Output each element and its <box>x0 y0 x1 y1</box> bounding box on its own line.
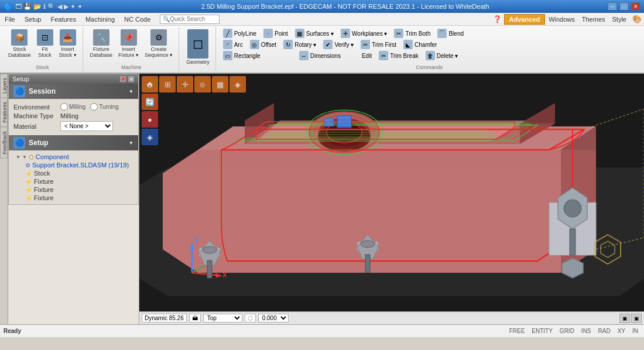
delete-button[interactable]: 🗑 Delete ▾ <box>423 50 461 61</box>
geometry-button[interactable]: ◻ Geometry <box>184 28 212 67</box>
material-select[interactable]: < None > <box>60 121 113 131</box>
session-label: Session <box>29 87 56 95</box>
vp-rotate-button[interactable]: 🔄 <box>142 94 158 110</box>
viewport[interactable]: Z Y X <box>139 74 644 324</box>
style-icon: 🎨 <box>630 15 644 23</box>
svg-text:X: X <box>222 272 227 279</box>
titlebar-controls: ─ □ ✕ <box>608 2 640 11</box>
turning-radio[interactable]: Turning <box>90 103 119 111</box>
advanced-button[interactable]: Advanced <box>504 14 546 25</box>
vp-small-btn2[interactable]: ▣ <box>631 314 642 323</box>
stock-icon: ⚡ <box>25 170 32 177</box>
maximize-button[interactable]: □ <box>619 2 629 11</box>
ribbon-geometry-items: ◻ Geometry <box>184 28 212 70</box>
milling-radio[interactable]: Milling <box>60 103 85 111</box>
point-icon: · <box>263 29 273 38</box>
minimize-button[interactable]: ─ <box>608 2 617 11</box>
z-value-select[interactable]: 0.000 <box>258 314 289 322</box>
blend-button[interactable]: ⌒ Blend <box>435 28 466 39</box>
tree-fixture2[interactable]: ⚡ Fixture <box>13 186 133 194</box>
commands-row1: ╱ PolyLine · Point ▦ Surfaces ▾ ✛ Workpl… <box>221 28 638 39</box>
style-menu[interactable]: Style <box>609 15 630 24</box>
point-label: Point <box>275 30 288 37</box>
stock-group-label: Stock <box>36 63 49 70</box>
menu-setup[interactable]: Setup <box>20 13 46 25</box>
features-tab[interactable]: Features <box>0 98 8 127</box>
polyline-button[interactable]: ╱ PolyLine <box>221 28 259 39</box>
insert-fixture-button[interactable]: 📌 InsertFixture ▾ <box>116 28 141 60</box>
fixture1-label: Fixture <box>34 178 54 185</box>
svg-point-39 <box>564 200 581 217</box>
tree-file[interactable]: ⚙ Support Bracket.SLDASM (19/19) <box>13 161 133 169</box>
menu-machining[interactable]: Machining <box>81 13 119 25</box>
themes-menu[interactable]: Themes <box>578 15 609 24</box>
create-sequence-button[interactable]: ⚙ CreateSequence ▾ <box>142 28 175 60</box>
fixture-database-button[interactable]: 🔧 FixtureDatabase <box>88 28 115 60</box>
menu-features[interactable]: Features <box>46 13 80 25</box>
offset-label: Offset <box>261 42 277 48</box>
fixture2-label: Fixture <box>34 186 54 193</box>
rectangle-icon: ▭ <box>223 51 232 60</box>
trim-break-label: Trim Break <box>390 53 419 59</box>
menu-file[interactable]: File <box>0 13 20 25</box>
polyline-icon: ╱ <box>223 29 232 38</box>
vp-small-btn1[interactable]: ▣ <box>619 314 630 323</box>
rectangle-button[interactable]: ▭ Rectangle <box>221 50 263 61</box>
vp-zoom-button[interactable]: ✛ <box>177 76 193 92</box>
fit-stock-button[interactable]: ⊡ FitStock <box>35 28 56 60</box>
vp-views-button[interactable]: ⊞ <box>159 76 176 92</box>
trim-both-button[interactable]: ✂ Trim Both <box>392 28 433 39</box>
stock-database-button[interactable]: 📦 StockDatabase <box>6 28 33 60</box>
edit-button[interactable]: Edit <box>359 52 374 60</box>
chamfer-button[interactable]: ◣ Chamfer <box>401 39 439 50</box>
edit-label: Edit <box>362 53 372 59</box>
tree-fixture3[interactable]: ⚡ Fixture <box>13 194 133 202</box>
offset-button[interactable]: ◎ Offset <box>248 39 279 50</box>
feedback-tab[interactable]: Feedback <box>0 127 8 159</box>
trim-first-label: Trim First <box>372 42 396 48</box>
search-box[interactable]: 🔍 <box>160 15 220 24</box>
rotary-button[interactable]: ↻ Rotary ▾ <box>281 39 318 50</box>
tree-fixture1[interactable]: ⚡ Fixture <box>13 177 133 186</box>
windows-menu[interactable]: Windows <box>545 15 578 24</box>
session-content: Environment Milling Turning Machine Type <box>9 99 138 135</box>
insert-stock-button[interactable]: 📥 InsertStock ▾ <box>57 28 79 60</box>
vp-snap-button[interactable]: ◈ <box>229 76 246 92</box>
trim-first-icon: ✂ <box>361 40 370 49</box>
dimensions-button[interactable]: ↔ Dimensions <box>297 50 343 61</box>
arc-icon: ◜ <box>223 40 232 49</box>
status-indicators: FREE ENTITY GRID INS RAD XY IN <box>507 328 640 334</box>
delete-icon: 🗑 <box>426 51 435 60</box>
vp-grid-button[interactable]: ▦ <box>212 76 228 92</box>
point-button[interactable]: · Point <box>261 28 290 39</box>
surfaces-button[interactable]: ▦ Surfaces ▾ <box>293 28 336 39</box>
close-button[interactable]: ✕ <box>631 2 640 11</box>
trim-first-button[interactable]: ✂ Trim First <box>358 39 399 50</box>
indicator-entity: ENTITY <box>529 328 555 334</box>
session-section-header[interactable]: 🔵 Session ▼ <box>9 84 138 99</box>
verify-button[interactable]: ✔ Verify ▾ <box>321 39 356 50</box>
vp-home-button[interactable]: 🏠 <box>142 76 158 92</box>
search-input[interactable] <box>170 16 217 22</box>
view-type-select[interactable]: Top Front Isometric <box>203 314 242 322</box>
arc-label: Arc <box>234 42 243 48</box>
trim-break-button[interactable]: ✂ Trim Break <box>376 50 421 61</box>
insert-fixture-icon: 📌 <box>121 29 137 46</box>
panel-close-button[interactable]: ✕ <box>128 76 135 83</box>
machine-type-label: Machine Type <box>13 112 60 119</box>
vp-red-button[interactable]: ● <box>142 111 158 128</box>
pin-button[interactable]: 📌 <box>119 76 126 83</box>
tree-stock[interactable]: ⚡ Stock <box>13 169 133 177</box>
setup-section-header[interactable]: 🔵 Setup ▼ <box>9 135 138 150</box>
z-indicator: ⬡ <box>245 314 256 322</box>
arc-button[interactable]: ◜ Arc <box>221 39 245 50</box>
layers-tab[interactable]: Layers <box>0 74 8 98</box>
fixture-database-label: FixtureDatabase <box>90 47 113 59</box>
menu-nccode[interactable]: NC Code <box>119 13 155 25</box>
vp-fit-button[interactable]: ◎ <box>194 76 211 92</box>
setup-panel-header: Setup 📌 ✕ <box>9 74 138 84</box>
vp-blue-button[interactable]: ◈ <box>142 129 158 145</box>
view-3d-icon: 🏔 <box>192 315 198 321</box>
tree-component[interactable]: ▼ ▼ ⬡ Component <box>13 153 133 161</box>
workplanes-button[interactable]: ✛ Workplanes ▾ <box>338 28 389 39</box>
